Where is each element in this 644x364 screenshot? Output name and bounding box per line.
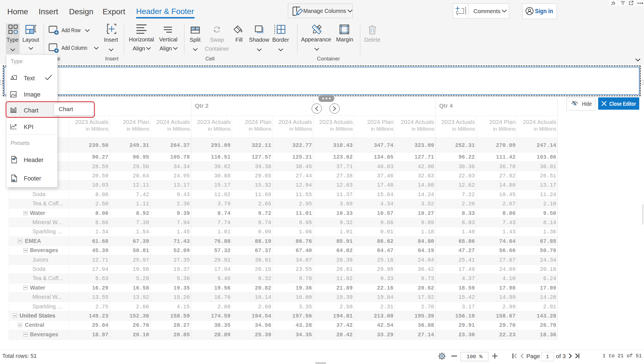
svg-text:A: A <box>11 75 14 80</box>
